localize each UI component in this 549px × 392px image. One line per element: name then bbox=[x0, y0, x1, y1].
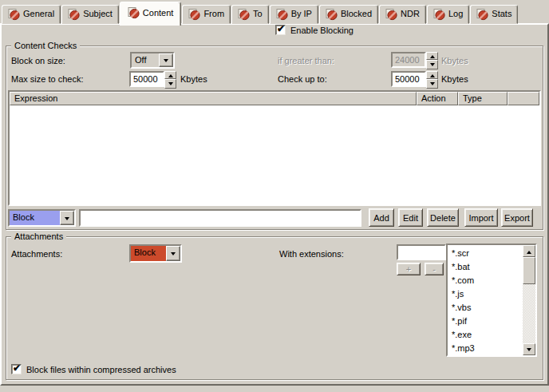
minus-icon: - bbox=[432, 264, 436, 274]
enable-blocking-checkbox-row: ✔ Enable Blocking bbox=[275, 25, 353, 35]
blocked-icon bbox=[8, 9, 20, 21]
spin-up-icon[interactable] bbox=[426, 52, 438, 60]
add-button[interactable]: Add bbox=[369, 208, 394, 227]
blocked-icon bbox=[326, 9, 338, 21]
spin-up-icon[interactable] bbox=[426, 71, 438, 79]
expression-action-combo[interactable]: Block bbox=[8, 209, 76, 227]
scroll-down-icon[interactable] bbox=[523, 343, 535, 355]
enable-blocking-label: Enable Blocking bbox=[290, 26, 353, 35]
blocked-icon bbox=[68, 9, 80, 21]
scroll-up-icon[interactable] bbox=[523, 245, 535, 257]
column-header-action[interactable]: Action bbox=[417, 92, 458, 105]
attachments-label: Attachments: bbox=[11, 249, 62, 259]
max-size-spinner bbox=[129, 71, 176, 87]
tab-from[interactable]: From bbox=[182, 5, 231, 24]
extension-remove-button[interactable]: - bbox=[425, 263, 444, 275]
blocked-icon bbox=[276, 9, 288, 21]
max-size-input[interactable] bbox=[129, 71, 164, 87]
list-item[interactable]: *.exe bbox=[452, 328, 523, 342]
blocked-icon bbox=[188, 9, 200, 21]
extensions-items: *.scr *.bat *.com *.js *.vbs *.pif *.exe… bbox=[448, 245, 523, 355]
attachments-action-combo[interactable]: Block bbox=[129, 244, 182, 263]
list-item[interactable]: *.com bbox=[452, 274, 523, 287]
expression-action-value: Block bbox=[10, 211, 60, 225]
content-blocking-dialog: General Subject Content From To By IP Bl… bbox=[0, 0, 549, 392]
check-icon: ✔ bbox=[277, 23, 285, 34]
list-item[interactable]: *.mp3 bbox=[452, 342, 523, 355]
export-button[interactable]: Export bbox=[501, 208, 533, 227]
blocked-icon bbox=[238, 9, 250, 21]
tab-blocked[interactable]: Blocked bbox=[319, 5, 378, 24]
check-icon: ✔ bbox=[13, 362, 21, 374]
chevron-down-icon[interactable] bbox=[60, 211, 74, 225]
tab-label: Content bbox=[143, 8, 174, 18]
tab-label: From bbox=[203, 9, 224, 18]
chevron-down-icon[interactable] bbox=[159, 53, 173, 67]
expression-list[interactable]: Expression Action Type bbox=[8, 90, 541, 206]
list-item[interactable]: *.vbs bbox=[452, 301, 523, 315]
block-on-size-value: Off bbox=[132, 53, 159, 67]
tab-label: By IP bbox=[291, 9, 312, 18]
max-size-unit: Kbytes bbox=[180, 74, 207, 84]
export-button-label: Export bbox=[504, 213, 530, 223]
tab-strip: General Subject Content From To By IP Bl… bbox=[2, 2, 519, 24]
column-header-blank bbox=[508, 92, 539, 105]
column-header-type[interactable]: Type bbox=[458, 92, 508, 105]
spin-up-icon[interactable] bbox=[164, 71, 176, 79]
expression-list-header: Expression Action Type bbox=[10, 92, 539, 105]
check-up-to-unit: Kbytes bbox=[441, 74, 468, 84]
tab-by-ip[interactable]: By IP bbox=[270, 5, 318, 24]
column-header-expression[interactable]: Expression bbox=[10, 92, 417, 105]
blocked-icon bbox=[433, 9, 445, 21]
tab-label: NDR bbox=[401, 9, 420, 18]
if-greater-than-label: if greater than: bbox=[278, 56, 334, 65]
tab-content[interactable]: Content bbox=[120, 2, 182, 26]
import-button-label: Import bbox=[468, 213, 493, 223]
extensions-scrollbar[interactable] bbox=[523, 245, 535, 355]
list-item[interactable]: *.js bbox=[452, 287, 523, 301]
expression-input[interactable] bbox=[79, 209, 361, 227]
extension-input[interactable] bbox=[397, 244, 446, 260]
spin-down-icon[interactable] bbox=[164, 79, 176, 89]
if-greater-than-spinner bbox=[391, 52, 438, 68]
block-compressed-checkbox[interactable]: ✔ bbox=[11, 364, 22, 374]
chevron-down-icon[interactable] bbox=[166, 246, 180, 261]
block-compressed-checkbox-row: ✔ Block files within compressed archives bbox=[11, 364, 176, 374]
edit-button-label: Edit bbox=[403, 213, 418, 223]
spin-down-icon[interactable] bbox=[426, 60, 438, 69]
extension-add-button[interactable]: + bbox=[397, 263, 421, 275]
delete-button-label: Delete bbox=[430, 213, 456, 223]
scrollbar-thumb[interactable] bbox=[523, 257, 535, 284]
tab-subject[interactable]: Subject bbox=[61, 5, 119, 24]
block-on-size-combo[interactable]: Off bbox=[130, 52, 175, 69]
list-item[interactable]: *.scr bbox=[452, 247, 523, 260]
extensions-listbox[interactable]: *.scr *.bat *.com *.js *.vbs *.pif *.exe… bbox=[446, 244, 537, 357]
list-item[interactable]: *.pif bbox=[452, 315, 523, 328]
check-up-to-label: Check up to: bbox=[278, 74, 327, 84]
check-up-to-input[interactable] bbox=[391, 71, 426, 87]
tab-general[interactable]: General bbox=[2, 5, 61, 24]
tab-to[interactable]: To bbox=[231, 5, 269, 24]
check-up-to-spinner bbox=[391, 71, 438, 87]
tab-label: Blocked bbox=[341, 9, 372, 18]
attachments-title: Attachments bbox=[11, 232, 66, 241]
tab-ndr[interactable]: NDR bbox=[379, 5, 426, 24]
tab-stats[interactable]: Stats bbox=[470, 5, 518, 24]
add-button-label: Add bbox=[373, 213, 389, 223]
enable-blocking-checkbox[interactable]: ✔ bbox=[275, 25, 286, 35]
delete-button[interactable]: Delete bbox=[427, 208, 459, 227]
tab-label: To bbox=[253, 9, 263, 18]
expression-list-body[interactable] bbox=[10, 105, 539, 204]
tab-log[interactable]: Log bbox=[427, 5, 469, 24]
attachments-action-value: Block bbox=[131, 246, 166, 261]
tab-label: Stats bbox=[492, 9, 511, 18]
max-size-label: Max size to check: bbox=[11, 74, 83, 84]
import-button[interactable]: Import bbox=[464, 208, 498, 227]
tab-label: Subject bbox=[83, 9, 113, 18]
scrollbar-track[interactable] bbox=[523, 284, 535, 343]
if-greater-than-input bbox=[391, 52, 426, 68]
content-checks-title: Content Checks bbox=[11, 41, 80, 50]
list-item[interactable]: *.bat bbox=[452, 260, 523, 274]
spin-down-icon[interactable] bbox=[426, 79, 438, 89]
edit-button[interactable]: Edit bbox=[398, 208, 423, 227]
